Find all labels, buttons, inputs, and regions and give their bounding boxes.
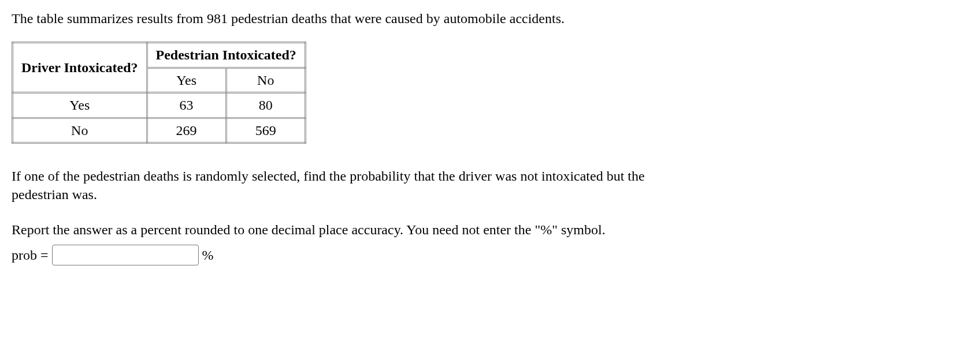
col-label: Yes — [147, 68, 226, 92]
instruction-text: Report the answer as a percent rounded t… — [12, 220, 763, 239]
cell: 569 — [226, 118, 305, 143]
table-row: Yes 63 80 — [13, 93, 306, 118]
answer-row: prob = % — [12, 245, 968, 265]
col-header: Pedestrian Intoxicated? — [147, 43, 305, 68]
data-table: Driver Intoxicated? Pedestrian Intoxicat… — [12, 42, 306, 144]
table-row: No 269 569 — [13, 118, 306, 143]
row-header: Driver Intoxicated? — [13, 43, 147, 93]
cell: 63 — [147, 93, 226, 118]
question-text: If one of the pedestrian deaths is rando… — [12, 167, 705, 204]
cell: 269 — [147, 118, 226, 143]
row-label: No — [13, 118, 147, 143]
intro-text: The table summarizes results from 981 pe… — [12, 9, 968, 28]
answer-label: prob = — [12, 246, 49, 264]
col-label: No — [226, 68, 305, 92]
answer-unit: % — [202, 246, 214, 264]
cell: 80 — [226, 93, 305, 118]
answer-input[interactable] — [52, 245, 199, 265]
row-label: Yes — [13, 93, 147, 118]
